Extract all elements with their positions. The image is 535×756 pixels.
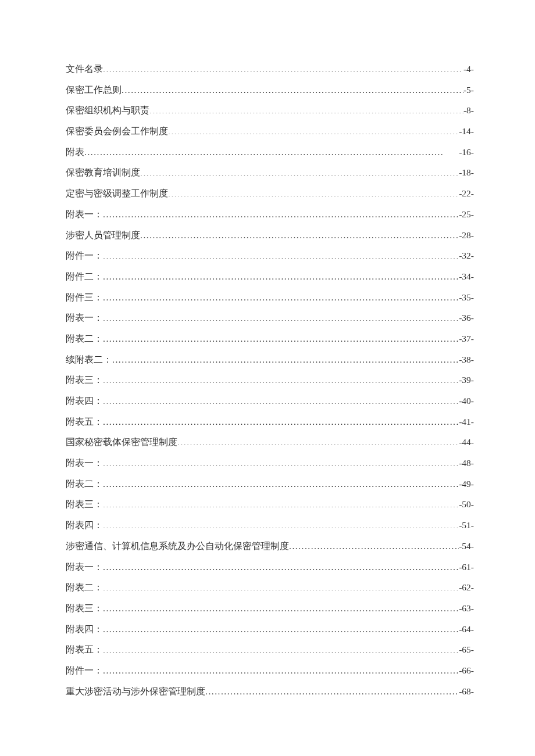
toc-page-number: -5- <box>463 84 474 96</box>
toc-title: 附表五： <box>66 415 103 428</box>
toc-page-number: -18- <box>459 166 474 179</box>
toc-entry: 附表三： -39- <box>66 374 474 386</box>
toc-page-number: -41- <box>459 415 474 428</box>
toc-leader-dots <box>103 270 459 280</box>
toc-page-number: -68- <box>459 685 474 698</box>
toc-leader-dots <box>103 291 459 300</box>
toc-entry: 附表四： -64- <box>66 623 474 636</box>
toc-entry: 保密组织机构与职责 -8- <box>66 104 474 117</box>
toc-page-number: -62- <box>459 581 474 594</box>
toc-title: 重大涉密活动与涉外保密管理制度 <box>66 685 205 698</box>
toc-page-number: -65- <box>459 643 474 656</box>
toc-page-number: -54- <box>459 540 474 553</box>
toc-page-number: -8- <box>463 104 474 117</box>
toc-leader-dots <box>103 457 459 467</box>
toc-leader-dots <box>103 63 463 73</box>
toc-page-number: -28- <box>459 229 474 242</box>
toc-page-number: -64- <box>459 623 474 636</box>
toc-title: 附件一： <box>66 249 103 262</box>
toc-page-number: -50- <box>459 498 474 511</box>
toc-leader-dots <box>168 126 459 135</box>
toc-page-number: -25- <box>459 208 474 221</box>
toc-page-number: -14- <box>459 125 474 138</box>
toc-title: 附件二： <box>66 270 103 283</box>
toc-entry: 涉密通信、计算机信息系统及办公自动化保密管理制度 -54- <box>66 540 474 553</box>
toc-title: 附表四： <box>66 623 103 636</box>
toc-title: 附表一： <box>66 208 103 221</box>
toc-leader-dots <box>103 478 459 487</box>
toc-page-number: -40- <box>459 395 474 407</box>
toc-title: 涉密通信、计算机信息系统及办公自动化保密管理制度 <box>66 540 289 553</box>
toc-entry: 附件一： -32- <box>66 249 474 262</box>
toc-page-number: -39- <box>459 374 474 386</box>
toc-entry: 保密委员会例会工作制度 -14- <box>66 125 474 138</box>
toc-page-number: -51- <box>459 519 474 532</box>
toc-title: 保密组织机构与职责 <box>66 104 149 117</box>
toc-entry: 保密教育培训制度 -18- <box>66 166 474 179</box>
toc-leader-dots <box>84 146 459 155</box>
toc-entry: 附表二： -62- <box>66 581 474 594</box>
table-of-contents: 文件名录 -4- 保密工作总则 -5- 保密组织机构与职责 -8- 保密委员会例… <box>66 63 474 697</box>
toc-page-number: -34- <box>459 270 474 283</box>
toc-page-number: -35- <box>459 291 474 304</box>
toc-entry: 附表二： -49- <box>66 478 474 490</box>
toc-title: 附表 <box>66 146 84 159</box>
toc-leader-dots <box>103 664 459 673</box>
toc-title: 附表三： <box>66 498 103 511</box>
toc-entry: 附表二： -37- <box>66 332 474 345</box>
toc-entry: 附表一： -25- <box>66 208 474 221</box>
toc-leader-dots <box>103 602 459 611</box>
toc-title: 附件一： <box>66 664 103 677</box>
toc-leader-dots <box>103 499 459 508</box>
toc-entry: 附表 -16- <box>66 146 474 159</box>
toc-title: 附表五： <box>66 643 103 656</box>
toc-leader-dots <box>289 540 459 549</box>
toc-leader-dots <box>103 395 459 404</box>
toc-leader-dots <box>112 353 459 363</box>
toc-page-number: -61- <box>459 561 474 574</box>
toc-leader-dots <box>140 229 459 238</box>
toc-leader-dots <box>177 436 459 446</box>
toc-entry: 附表四： -51- <box>66 519 474 532</box>
toc-title: 国家秘密载体保密管理制度 <box>66 436 177 449</box>
toc-page-number: -36- <box>459 311 474 324</box>
toc-leader-dots <box>205 685 459 694</box>
toc-entry: 文件名录 -4- <box>66 63 474 76</box>
toc-title: 附表一： <box>66 561 103 574</box>
toc-page-number: -49- <box>459 478 474 490</box>
toc-title: 保密教育培训制度 <box>66 166 140 179</box>
toc-title: 文件名录 <box>66 63 103 76</box>
toc-page-number: -32- <box>459 249 474 262</box>
toc-entry: 附表一： -36- <box>66 311 474 324</box>
toc-title: 附表三： <box>66 602 103 615</box>
toc-title: 涉密人员管理制度 <box>66 229 140 242</box>
toc-page-number: -4- <box>463 63 474 76</box>
toc-entry: 附件二： -34- <box>66 270 474 283</box>
toc-leader-dots <box>103 644 459 653</box>
toc-entry: 保密工作总则 -5- <box>66 84 474 96</box>
toc-leader-dots <box>103 519 459 529</box>
toc-leader-dots <box>140 167 459 176</box>
toc-entry: 附件一： -66- <box>66 664 474 677</box>
toc-leader-dots <box>103 623 459 632</box>
toc-entry: 续附表二： -38- <box>66 353 474 366</box>
toc-leader-dots <box>103 250 459 259</box>
toc-leader-dots <box>103 415 459 425</box>
toc-title: 附件三： <box>66 291 103 304</box>
toc-title: 定密与密级调整工作制度 <box>66 187 168 200</box>
toc-entry: 附表四： -40- <box>66 395 474 407</box>
toc-title: 附表一： <box>66 311 103 324</box>
toc-entry: 国家秘密载体保密管理制度 -44- <box>66 436 474 449</box>
toc-entry: 附表三： -50- <box>66 498 474 511</box>
toc-title: 续附表二： <box>66 353 112 366</box>
toc-page-number: -48- <box>459 457 474 470</box>
toc-page-number: -44- <box>459 436 474 449</box>
toc-entry: 重大涉密活动与涉外保密管理制度 -68- <box>66 685 474 698</box>
toc-leader-dots <box>168 188 459 197</box>
toc-entry: 附表一： -61- <box>66 561 474 574</box>
toc-title: 保密委员会例会工作制度 <box>66 125 168 138</box>
toc-title: 附表三： <box>66 374 103 386</box>
toc-title: 附表四： <box>66 519 103 532</box>
toc-entry: 附表五： -41- <box>66 415 474 428</box>
toc-entry: 附表三： -63- <box>66 602 474 615</box>
